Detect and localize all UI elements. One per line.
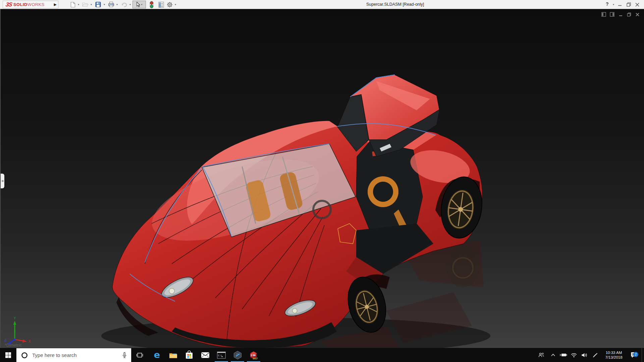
battery-charging-icon [559, 353, 568, 357]
notification-badge: 2 [633, 352, 638, 357]
task-view-button[interactable] [131, 348, 148, 362]
select-dropdown[interactable]: ▾ [141, 3, 142, 6]
save-dropdown[interactable]: ▾ [103, 1, 106, 8]
search-input[interactable] [32, 352, 122, 358]
solidworks-logo-mark: 3S [5, 1, 12, 8]
brand-works: WORKS [28, 2, 45, 7]
show-desktop-button[interactable] [642, 348, 644, 362]
pane-left-icon [601, 12, 606, 17]
undo-dropdown[interactable]: ▾ [128, 1, 132, 8]
restore-icon [627, 2, 631, 7]
clock-time: 10:33 AM [601, 350, 627, 355]
tray-hidden-icons-button[interactable] [549, 348, 557, 362]
file-properties-icon [158, 2, 164, 8]
svg-text:SW: SW [251, 354, 256, 357]
reference-triad: Y X Z [3, 316, 34, 344]
undo-arrow-icon [121, 2, 127, 7]
supercar-3d-model[interactable] [1, 9, 644, 348]
solidworks-2017-icon: SW 2017 [249, 350, 258, 360]
rebuild-traffic-light-icon [150, 1, 154, 8]
mail-icon [201, 352, 210, 358]
solidworks-menu-button[interactable]: 3S SOLID WORKS ▶ [3, 1, 58, 8]
taskbar-search-box[interactable] [16, 348, 131, 362]
taskbar-app-file-explorer[interactable] [165, 348, 181, 362]
graphics-viewport[interactable]: Y X Z *Dimetric [0, 9, 644, 348]
cortana-icon [21, 352, 28, 359]
edge-icon: e [152, 350, 162, 360]
taskbar: e C:\ [0, 348, 644, 362]
new-document-icon [70, 2, 75, 8]
save-floppy-icon [95, 2, 101, 7]
file-properties-button[interactable] [158, 1, 164, 8]
microphone-icon[interactable] [122, 352, 127, 359]
tray-battery-button[interactable] [558, 348, 569, 362]
chevron-up-icon [551, 353, 555, 357]
feature-manager-collapsed-tab[interactable] [1, 174, 4, 188]
doc-restore-icon [627, 12, 631, 17]
restore-button[interactable] [626, 1, 631, 8]
command-prompt-icon: C:\ [217, 352, 226, 359]
taskbar-app-mail[interactable] [197, 348, 213, 362]
document-restore-button[interactable] [626, 12, 632, 17]
new-document-dropdown[interactable]: ▾ [77, 1, 80, 8]
minimize-button[interactable] [617, 1, 623, 8]
speaker-icon [581, 353, 588, 358]
taskbar-app-hexagon[interactable] [229, 348, 246, 362]
tray-clock[interactable]: 10:33 AM 7/13/2018 [601, 348, 627, 362]
svg-text:e: e [154, 350, 160, 360]
triad-z-label: Z [4, 339, 6, 342]
minimize-icon [618, 3, 622, 7]
open-button[interactable] [82, 1, 89, 8]
rebuild-button[interactable] [149, 1, 154, 8]
document-window-controls [601, 12, 640, 17]
print-dropdown[interactable]: ▾ [115, 1, 119, 8]
menu-flyout-icon[interactable]: ▶ [54, 2, 57, 7]
pen-icon [592, 352, 598, 358]
doc-close-icon [635, 12, 640, 17]
taskbar-app-store[interactable] [181, 348, 197, 362]
action-center-button[interactable]: 2 [627, 348, 641, 362]
select-tool-button[interactable]: ▾ [132, 1, 146, 8]
triad-y-label: Y [14, 316, 16, 320]
taskbar-app-edge[interactable]: e [149, 348, 165, 362]
close-icon [635, 3, 639, 7]
display-pane-right-button[interactable] [609, 12, 615, 17]
document-minimize-button[interactable] [618, 12, 623, 17]
options-dropdown[interactable]: ▾ [174, 1, 177, 8]
help-dropdown[interactable]: ▾ [612, 1, 615, 8]
open-dropdown[interactable]: ▾ [90, 1, 93, 8]
view-orientation-label: *Dimetric [5, 343, 22, 348]
gear-icon [167, 2, 173, 8]
close-button[interactable] [635, 1, 640, 8]
windows-logo-icon [5, 352, 11, 358]
document-close-button[interactable] [635, 12, 640, 17]
svg-text:2017: 2017 [253, 357, 258, 360]
tray-wifi-button[interactable] [569, 348, 579, 362]
brand-solid: SOLID [13, 2, 28, 7]
save-button[interactable] [95, 1, 101, 8]
doc-minimize-icon [619, 12, 623, 17]
tray-people-button[interactable] [535, 348, 547, 362]
clock-date: 7/13/2018 [601, 355, 627, 360]
taskbar-app-solidworks[interactable]: SW 2017 [246, 348, 262, 362]
print-button[interactable] [107, 1, 115, 8]
store-icon [185, 351, 193, 359]
new-document-button[interactable] [69, 1, 76, 8]
undo-button[interactable] [120, 1, 128, 8]
start-button[interactable] [0, 348, 16, 362]
open-folder-icon [82, 2, 89, 7]
select-cursor-icon [136, 2, 140, 7]
window-title: Supercar.SLDASM [Read-only] [366, 2, 424, 7]
triad-x-label: X [29, 340, 31, 343]
tray-windows-ink-button[interactable] [590, 348, 600, 362]
tray-volume-button[interactable] [579, 348, 590, 362]
print-icon [108, 2, 114, 7]
taskbar-app-command-prompt[interactable]: C:\ [213, 348, 229, 362]
file-explorer-icon [169, 352, 177, 358]
tab-grip-dot [2, 180, 4, 182]
pane-right-icon [610, 12, 614, 17]
display-pane-left-button[interactable] [601, 12, 606, 17]
wifi-icon [571, 353, 577, 358]
help-button[interactable]: ? [606, 1, 609, 7]
options-button[interactable] [166, 1, 173, 8]
